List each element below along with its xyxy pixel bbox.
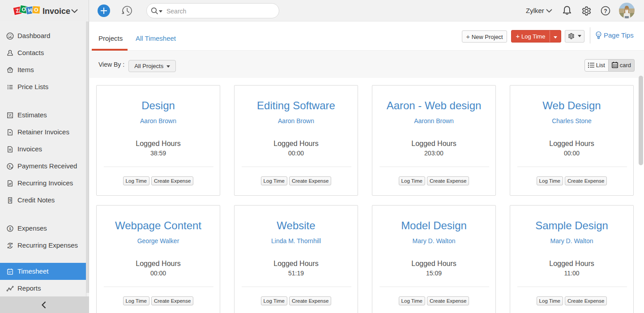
svg-text:?: ? bbox=[604, 8, 607, 14]
svg-text:$: $ bbox=[9, 164, 11, 168]
svg-text:$: $ bbox=[9, 243, 11, 248]
svg-text:$: $ bbox=[9, 198, 11, 202]
svg-text:$: $ bbox=[9, 227, 11, 231]
